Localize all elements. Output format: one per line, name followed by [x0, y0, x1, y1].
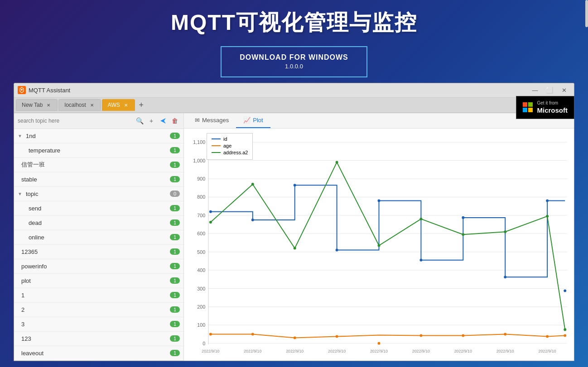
legend-age-label: age — [223, 143, 231, 148]
list-item[interactable]: plot 1 — [14, 274, 183, 288]
svg-text:2022/9/10: 2022/9/10 — [370, 348, 388, 353]
legend-id-line — [212, 138, 221, 139]
minimize-button[interactable]: — — [529, 85, 541, 95]
topic-badge: 1 — [170, 162, 180, 168]
chart-area: id age address.a2 — [184, 129, 574, 361]
tab-plot[interactable]: 📈 Plot — [236, 113, 270, 128]
window-controls: — ⬜ ✕ — [529, 85, 570, 95]
add-tab-button[interactable]: + — [136, 100, 147, 110]
svg-text:200: 200 — [197, 304, 205, 309]
id-dot — [504, 276, 506, 278]
list-item[interactable]: parkin 1 — [14, 361, 183, 361]
list-item[interactable]: leaveout 1 — [14, 346, 183, 361]
topic-label: online — [29, 234, 170, 241]
list-item[interactable]: powerinfo 1 — [14, 259, 183, 274]
svg-text:900: 900 — [197, 176, 205, 181]
svg-text:500: 500 — [197, 249, 205, 254]
plot-chart: 1,100 1,000 900 800 700 600 500 400 300 … — [188, 133, 569, 357]
tab-aws[interactable]: AWS ✕ — [102, 99, 135, 111]
topic-label: 1 — [21, 292, 170, 299]
page-title: MQTT可视化管理与监控 — [0, 8, 588, 37]
svg-text:600: 600 — [197, 231, 205, 236]
list-item[interactable]: online 1 — [14, 230, 183, 245]
tab-aws-close[interactable]: ✕ — [123, 102, 129, 108]
legend-id-label: id — [223, 136, 227, 142]
download-button[interactable]: DOWNLOAD FOR WINDOWS 1.0.0.0 — [221, 46, 367, 77]
id-dot — [564, 289, 566, 292]
app-window: MQTT Assistant — ⬜ ✕ New Tab ✕ localhost… — [14, 83, 574, 361]
legend-address-label: address.a2 — [223, 150, 248, 155]
list-item[interactable]: send 1 — [14, 201, 183, 216]
send-button[interactable] — [158, 116, 168, 126]
tab-localhost-label: localhost — [64, 102, 86, 108]
plot-icon: 📈 — [243, 117, 251, 124]
topic-badge: 1 — [170, 277, 180, 284]
tab-messages[interactable]: ✉ Messages — [188, 113, 236, 128]
address-dot — [462, 233, 464, 236]
legend-age: age — [212, 143, 248, 148]
add-topic-button[interactable]: + — [146, 116, 156, 126]
svg-text:300: 300 — [197, 286, 205, 291]
age-dot — [336, 335, 338, 338]
list-item[interactable]: stable 1 — [14, 172, 183, 187]
svg-text:1,000: 1,000 — [193, 157, 205, 163]
legend-address: address.a2 — [212, 150, 248, 155]
ms-logo-icon — [523, 102, 533, 112]
list-item[interactable]: 12365 1 — [14, 245, 183, 259]
svg-text:2022/9/10: 2022/9/10 — [202, 348, 219, 353]
microsoft-badge[interactable]: Get it from Microsoft — [516, 96, 575, 119]
age-dot — [564, 334, 566, 337]
topic-label: dead — [29, 219, 170, 226]
list-item[interactable]: ▼ 1nd 1 — [14, 129, 183, 143]
plot-tab-label: Plot — [253, 117, 263, 124]
list-item[interactable]: 1 1 — [14, 288, 183, 303]
topic-label: 12365 — [21, 248, 170, 255]
age-dot — [378, 342, 381, 344]
search-button[interactable]: 🔍 — [135, 116, 145, 126]
list-item[interactable]: ▼ topic 0 — [14, 187, 183, 201]
list-item[interactable]: temperature 1 — [14, 143, 183, 158]
tab-new-tab[interactable]: New Tab ✕ — [16, 99, 58, 111]
messages-icon: ✉ — [195, 117, 200, 124]
topic-badge: 1 — [170, 292, 180, 298]
tab-localhost-close[interactable]: ✕ — [89, 102, 95, 108]
address-dot — [378, 244, 381, 247]
list-item[interactable]: 信管一班 1 — [14, 158, 183, 172]
search-input[interactable] — [18, 118, 133, 124]
titlebar: MQTT Assistant — ⬜ ✕ — [14, 83, 574, 98]
id-dot — [546, 199, 549, 202]
list-item[interactable]: 123 1 — [14, 332, 183, 346]
id-dot — [336, 248, 338, 251]
tab-localhost[interactable]: localhost ✕ — [58, 99, 101, 111]
list-item[interactable]: 2 1 — [14, 303, 183, 317]
legend-address-line — [212, 152, 221, 153]
id-dot — [378, 199, 381, 202]
id-line — [211, 185, 565, 277]
expand-arrow-icon: ▼ — [18, 133, 24, 138]
address-dot — [546, 214, 549, 217]
topic-label: 1nd — [26, 133, 170, 139]
ms-microsoft-label: Microsoft — [537, 106, 568, 115]
age-dot — [294, 336, 296, 339]
close-button[interactable]: ✕ — [558, 85, 570, 95]
list-item[interactable]: 3 1 — [14, 317, 183, 332]
topic-badge: 0 — [170, 191, 180, 197]
id-dot — [419, 258, 422, 261]
main-area: 🔍 + 🗑 ▼ 1nd 1 temperature — [14, 113, 574, 361]
svg-text:800: 800 — [197, 194, 205, 200]
maximize-button[interactable]: ⬜ — [543, 85, 556, 95]
delete-button[interactable]: 🗑 — [170, 116, 180, 126]
topic-badge: 1 — [170, 234, 180, 240]
topic-badge: 1 — [170, 306, 180, 313]
svg-text:2022/9/10: 2022/9/10 — [286, 348, 304, 353]
ms-get-it-label: Get it from — [537, 100, 568, 106]
topic-label: 2 — [21, 306, 170, 313]
id-dot — [251, 218, 254, 221]
svg-text:100: 100 — [197, 322, 205, 328]
tab-new-tab-close[interactable]: ✕ — [45, 102, 52, 108]
topic-label: send — [29, 205, 170, 212]
list-item[interactable]: dead 1 — [14, 216, 183, 230]
right-panel: ✉ Messages 📈 Plot id — [184, 113, 574, 361]
address-line — [211, 162, 565, 329]
topic-badge: 1 — [170, 133, 180, 139]
